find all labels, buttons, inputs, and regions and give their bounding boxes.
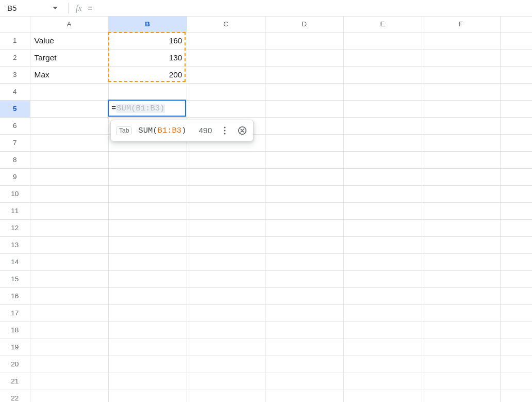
cell-E7[interactable] [343, 134, 422, 151]
cell-E13[interactable] [343, 236, 422, 253]
cell-C17[interactable] [187, 304, 265, 321]
row-header-4[interactable]: 4 [0, 83, 30, 100]
cell-B3[interactable]: 200 [108, 66, 187, 83]
cell-D16[interactable] [265, 287, 343, 304]
cell-F1[interactable] [422, 32, 500, 49]
row-header-22[interactable]: 22 [0, 390, 30, 402]
cell-B13[interactable] [108, 236, 187, 253]
cell-C3[interactable] [187, 66, 265, 83]
cell-E1[interactable] [343, 32, 422, 49]
cell-C14[interactable] [187, 253, 265, 270]
cell-D22[interactable] [265, 390, 343, 402]
cell-overflow[interactable] [500, 219, 532, 236]
cell-F9[interactable] [422, 168, 500, 185]
chevron-down-icon[interactable] [53, 7, 58, 10]
cell-overflow[interactable] [500, 270, 532, 287]
row-header-10[interactable]: 10 [0, 185, 30, 202]
cell-B9[interactable] [108, 168, 187, 185]
cell-C13[interactable] [187, 236, 265, 253]
close-icon[interactable] [237, 125, 248, 136]
cell-B8[interactable] [108, 151, 187, 168]
cell-F13[interactable] [422, 236, 500, 253]
row-header-1[interactable]: 1 [0, 32, 30, 49]
cell-F12[interactable] [422, 219, 500, 236]
cell-E22[interactable] [343, 390, 422, 402]
cell-D21[interactable] [265, 373, 343, 390]
cell-B18[interactable] [108, 321, 187, 339]
cell-A19[interactable] [30, 339, 108, 356]
cell-D7[interactable] [265, 134, 343, 151]
cell-A7[interactable] [30, 134, 108, 151]
cell-F6[interactable] [422, 117, 500, 134]
cell-overflow[interactable] [500, 287, 532, 304]
row-header-9[interactable]: 9 [0, 168, 30, 185]
cell-E20[interactable] [343, 356, 422, 373]
cell-C12[interactable] [187, 219, 265, 236]
cell-F17[interactable] [422, 304, 500, 321]
cell-B12[interactable] [108, 219, 187, 236]
cell-overflow[interactable] [500, 185, 532, 202]
cell-overflow[interactable] [500, 151, 532, 168]
cell-E15[interactable] [343, 270, 422, 287]
row-header-17[interactable]: 17 [0, 304, 30, 321]
cell-C1[interactable] [187, 32, 265, 49]
cell-E16[interactable] [343, 287, 422, 304]
row-header-19[interactable]: 19 [0, 339, 30, 356]
cell-E21[interactable] [343, 373, 422, 390]
cell-overflow[interactable] [500, 373, 532, 390]
cell-E4[interactable] [343, 83, 422, 100]
cell-F10[interactable] [422, 185, 500, 202]
cell-A12[interactable] [30, 219, 108, 236]
cell-A9[interactable] [30, 168, 108, 185]
cell-C5[interactable] [187, 100, 265, 117]
cell-E9[interactable] [343, 168, 422, 185]
cell-D4[interactable] [265, 83, 343, 100]
row-header-3[interactable]: 3 [0, 66, 30, 83]
cell-A16[interactable] [30, 287, 108, 304]
cell-A14[interactable] [30, 253, 108, 270]
cell-overflow[interactable] [500, 390, 532, 402]
cell-F15[interactable] [422, 270, 500, 287]
cell-A18[interactable] [30, 321, 108, 339]
cell-D20[interactable] [265, 356, 343, 373]
column-header-E[interactable]: E [343, 17, 422, 32]
cell-F2[interactable] [422, 49, 500, 66]
cell-E5[interactable] [343, 100, 422, 117]
cell-C4[interactable] [187, 83, 265, 100]
cell-overflow[interactable] [500, 49, 532, 66]
cell-A8[interactable] [30, 151, 108, 168]
cell-C19[interactable] [187, 339, 265, 356]
cell-B14[interactable] [108, 253, 187, 270]
suggestion-formula[interactable]: SUM(B1:B3) [138, 126, 186, 135]
cell-B16[interactable] [108, 287, 187, 304]
row-header-7[interactable]: 7 [0, 134, 30, 151]
cell-C16[interactable] [187, 287, 265, 304]
cell-A11[interactable] [30, 202, 108, 219]
cell-E17[interactable] [343, 304, 422, 321]
spreadsheet-grid[interactable]: A B C D E F 1Value1602Target1303Max20045… [0, 17, 532, 402]
column-header-B[interactable]: B [108, 17, 187, 32]
cell-overflow[interactable] [500, 32, 532, 49]
cell-overflow[interactable] [500, 202, 532, 219]
cell-E19[interactable] [343, 339, 422, 356]
cell-D1[interactable] [265, 32, 343, 49]
cell-A5[interactable] [30, 100, 108, 117]
cell-B10[interactable] [108, 185, 187, 202]
cell-D3[interactable] [265, 66, 343, 83]
cell-D11[interactable] [265, 202, 343, 219]
cell-D12[interactable] [265, 219, 343, 236]
cell-B21[interactable] [108, 373, 187, 390]
cell-F14[interactable] [422, 253, 500, 270]
column-header-F[interactable]: F [422, 17, 500, 32]
cell-editor[interactable]: =SUM(B1:B3) [108, 100, 186, 117]
cell-C9[interactable] [187, 168, 265, 185]
cell-A15[interactable] [30, 270, 108, 287]
cell-F8[interactable] [422, 151, 500, 168]
column-header-A[interactable]: A [30, 17, 108, 32]
select-all-corner[interactable] [0, 17, 30, 32]
cell-A4[interactable] [30, 83, 108, 100]
cell-overflow[interactable] [500, 304, 532, 321]
cell-B17[interactable] [108, 304, 187, 321]
cell-overflow[interactable] [500, 117, 532, 134]
cell-overflow[interactable] [500, 134, 532, 151]
